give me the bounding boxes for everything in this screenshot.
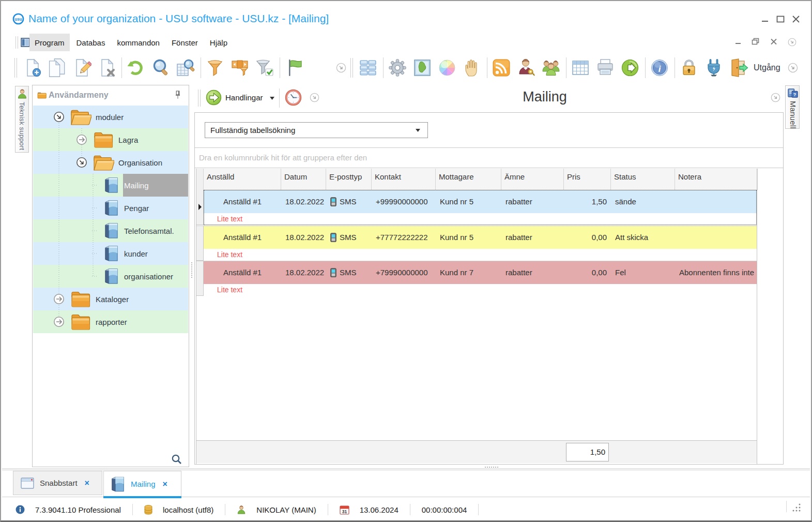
tree-item-kunder[interactable]: kunder [33, 242, 188, 265]
pin-icon[interactable] [175, 91, 181, 99]
tree-item-moduler[interactable]: moduler [33, 106, 188, 128]
column-header-eposttyp[interactable]: E-posttyp [326, 169, 372, 190]
tab-snabbstart[interactable]: Snabbstart × [13, 471, 102, 495]
edit-record-icon[interactable] [72, 58, 91, 78]
column-header-anstlld[interactable]: Anställd [204, 169, 281, 190]
title-expand-icon[interactable] [771, 93, 780, 102]
info-icon[interactable]: i [650, 58, 669, 78]
table-icon[interactable] [571, 58, 590, 78]
tiles-icon[interactable] [358, 58, 378, 78]
menu-item-program[interactable]: Program [29, 34, 70, 51]
collapse-node-icon[interactable] [76, 157, 87, 168]
delete-record-icon[interactable] [97, 58, 116, 78]
resize-grip-icon[interactable] [792, 503, 801, 512]
tab-teknisk-support[interactable]: Teknisk support [15, 86, 29, 153]
mdi-minimize-button[interactable] [734, 39, 742, 45]
table-row[interactable]: Anställd #118.02.2022SMS+79990000000Kund… [204, 261, 757, 284]
tree-item-lagra[interactable]: Lagra [33, 128, 188, 151]
search-icon[interactable] [151, 58, 171, 78]
menu-item-kommandon[interactable]: kommandon [112, 34, 165, 51]
plug-icon[interactable] [704, 58, 724, 78]
table-row[interactable]: Anställd #118.02.2022SMS+77772222222Kund… [204, 226, 757, 249]
printer-icon[interactable] [595, 58, 615, 78]
filter-check-icon[interactable] [255, 58, 274, 78]
search-combo[interactable]: Fullständig tabellsökning [205, 122, 428, 138]
menubar-expand-icon[interactable] [788, 38, 796, 47]
table-record[interactable]: Anställd #118.02.2022SMS+77772222222Kund… [196, 226, 757, 260]
actions-caret-icon[interactable] [270, 97, 274, 100]
vertical-splitter[interactable] [191, 262, 192, 278]
expand-node-icon[interactable] [53, 293, 65, 305]
user-key-icon[interactable] [516, 58, 536, 78]
menu-item-fönster[interactable]: Fönster [166, 34, 203, 51]
exit-button-label[interactable]: Utgång [754, 63, 780, 72]
window-minimize-button[interactable] [759, 14, 771, 24]
tree-item-telefonsamtal[interactable]: Telefonsamtal. [33, 219, 188, 242]
filter-range-icon[interactable] [230, 58, 250, 78]
settings-gear-icon[interactable] [388, 58, 407, 78]
statusbar-item: localhost (utf8) [144, 505, 213, 515]
horizontal-splitter[interactable] [485, 467, 498, 468]
tree-item-pengar[interactable]: Pengar [33, 197, 188, 219]
column-header-kontakt[interactable]: Kontakt [372, 169, 436, 190]
hand-icon[interactable] [462, 58, 482, 78]
tab-mailing[interactable]: Mailing × [103, 471, 181, 497]
flag-icon[interactable] [284, 58, 304, 78]
table-record[interactable]: Anställd #118.02.2022SMS+99990000000Kund… [196, 190, 757, 225]
rss-icon[interactable] [492, 58, 511, 78]
actions-expand-icon[interactable] [310, 93, 319, 102]
column-header-mottagare[interactable]: Mottagare [436, 169, 501, 190]
search-table-icon[interactable] [176, 58, 195, 78]
map-icon[interactable] [412, 58, 432, 78]
window-close-button[interactable] [790, 14, 802, 24]
menubar-grip[interactable] [16, 36, 18, 49]
clock-icon[interactable] [284, 88, 302, 107]
tree-item-organisation[interactable]: Organisation [33, 151, 188, 174]
toolbar-grip[interactable] [14, 58, 17, 78]
actions-button[interactable]: Handlingar [225, 93, 263, 102]
add-record-icon[interactable] [22, 58, 42, 78]
subrow-text: Lite text [217, 250, 242, 259]
phone-icon [330, 268, 336, 277]
menu-item-databas[interactable]: Databas [71, 34, 111, 51]
tree-item-rapporter[interactable]: rapporter [33, 310, 188, 333]
table-row[interactable]: Anställd #118.02.2022SMS+99990000000Kund… [204, 190, 757, 213]
overflow-chevron-icon[interactable] [788, 63, 798, 73]
actions-toolbar-grip[interactable] [198, 90, 201, 107]
table-record[interactable]: Anställd #118.02.2022SMS+79990000000Kund… [196, 261, 757, 295]
menu-item-hjälp[interactable]: Hjälp [205, 34, 233, 51]
window-title: Name of your organization - USU software… [28, 12, 329, 25]
combo-arrow-icon[interactable] [416, 129, 420, 132]
tab-snabbstart-close-icon[interactable]: × [85, 479, 89, 488]
refresh-icon[interactable] [126, 58, 146, 78]
sidebar-search-icon[interactable] [171, 454, 182, 465]
color-wheel-icon[interactable] [437, 58, 457, 78]
column-header-pris[interactable]: Pris [564, 169, 611, 190]
column-header-mne[interactable]: Ämne [501, 169, 564, 190]
column-header-datum[interactable]: Datum [281, 169, 326, 190]
window-maximize-button[interactable] [775, 14, 786, 24]
mdi-restore-button[interactable] [752, 38, 759, 45]
exit-door-icon[interactable] [729, 58, 748, 78]
tree-item-mailing[interactable]: Mailing [33, 174, 188, 197]
book-icon [103, 222, 119, 240]
lock-icon[interactable] [679, 58, 699, 78]
statusbar-text: localhost (utf8) [163, 505, 213, 514]
column-header-notera[interactable]: Notera [675, 169, 758, 190]
users-group-icon[interactable] [541, 58, 561, 78]
tree-item-organisationer[interactable]: organisationer [33, 265, 188, 288]
filter-icon[interactable] [205, 58, 225, 78]
mdi-close-button[interactable] [770, 38, 777, 45]
tab-mailing-close-icon[interactable]: × [163, 480, 167, 489]
copy-record-icon[interactable] [47, 58, 67, 78]
go-arrow-icon[interactable] [620, 58, 640, 78]
tree-item-kataloger[interactable]: Kataloger [33, 288, 188, 310]
expand-node-icon[interactable] [53, 316, 65, 327]
actions-icon[interactable] [206, 90, 222, 106]
overflow-chevron-icon[interactable] [336, 63, 346, 73]
collapse-node-icon[interactable] [53, 111, 65, 123]
toolbar-grip[interactable] [350, 58, 353, 78]
tab-manuell[interactable]: ? Manuell [785, 85, 800, 129]
expand-node-icon[interactable] [76, 134, 87, 145]
column-header-status[interactable]: Status [611, 169, 675, 190]
